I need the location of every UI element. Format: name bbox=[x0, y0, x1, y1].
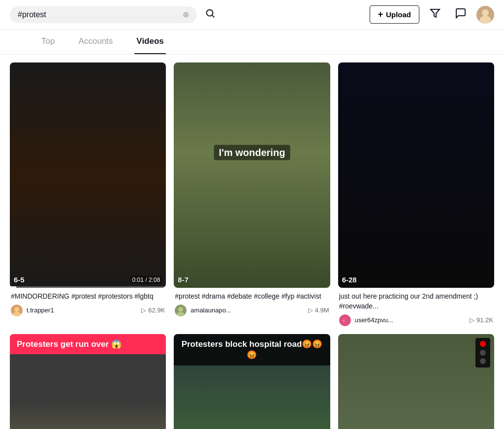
overlay-text: I'm wondering bbox=[214, 145, 290, 160]
video-info: #MINDORDERING #protest #protestors #lgbt… bbox=[10, 292, 166, 316]
main-content: 6-5 0:01 / 2:08 #MINDORDERING #protest #… bbox=[0, 55, 504, 429]
video-card: 6-28 just out here practicing our 2nd am… bbox=[338, 62, 494, 326]
play-count-value: 4.9M bbox=[315, 306, 329, 314]
play-icon: ▷ bbox=[308, 306, 313, 314]
video-card: 2021-9-13 How did I get stuck at the fro… bbox=[338, 334, 494, 429]
play-count: ▷ 62.9K bbox=[141, 306, 165, 314]
search-bar: ⊗ bbox=[10, 6, 197, 23]
video-meta: amalaunapo... ▷ 4.9M bbox=[175, 305, 329, 316]
svg-marker-2 bbox=[431, 9, 440, 17]
video-thumbnail[interactable]: 2021-9-13 bbox=[338, 334, 494, 429]
video-card: Protesters get run over 😱 2021-10-20 😂😂😡… bbox=[10, 334, 166, 429]
tab-top[interactable]: Top bbox=[39, 30, 57, 54]
svg-point-10 bbox=[178, 307, 183, 312]
video-title: just out here practicing our 2nd amendme… bbox=[339, 292, 493, 311]
plus-icon: + bbox=[378, 9, 383, 20]
video-card: I'm wondering 8-7 #protest #drama #debat… bbox=[174, 62, 330, 326]
light-amber bbox=[480, 350, 486, 356]
svg-point-0 bbox=[207, 10, 213, 16]
video-thumbnail[interactable]: Protesters get run over 😱 2021-10-20 bbox=[10, 334, 166, 429]
upload-label: Upload bbox=[386, 10, 411, 19]
user-avatar[interactable] bbox=[476, 6, 494, 24]
messages-icon[interactable] bbox=[451, 5, 471, 24]
svg-point-4 bbox=[482, 9, 489, 16]
play-count-value: 91.2K bbox=[476, 316, 493, 324]
video-episode-label: 6-5 bbox=[14, 276, 25, 284]
filter-icon[interactable] bbox=[425, 5, 445, 24]
play-icon: ▷ bbox=[470, 316, 474, 324]
play-count: ▷ 91.2K bbox=[470, 316, 493, 324]
traffic-light-icon bbox=[475, 338, 490, 368]
red-banner: Protesters get run over 😱 bbox=[10, 334, 166, 354]
video-info: #protest #drama #debate #college #fyp #a… bbox=[174, 292, 330, 316]
user-avatar-small bbox=[11, 305, 23, 316]
progress-bar bbox=[10, 286, 166, 288]
video-meta: ♀ user64zpvu... ▷ 91.2K bbox=[339, 314, 493, 326]
hospital-banner: Protesters block hospital road😡😡😡 bbox=[174, 334, 330, 366]
svg-line-1 bbox=[212, 15, 214, 17]
video-card: 6-5 0:01 / 2:08 #MINDORDERING #protest #… bbox=[10, 62, 166, 326]
upload-button[interactable]: + Upload bbox=[370, 5, 419, 24]
search-clear-button[interactable]: ⊗ bbox=[183, 11, 189, 19]
video-card: Protesters block hospital road😡😡😡 'If an… bbox=[174, 334, 330, 429]
video-duration: 0:01 / 2:08 bbox=[130, 276, 162, 284]
play-count-value: 62.9K bbox=[148, 306, 165, 314]
video-meta: t.trapper1 ▷ 62.9K bbox=[11, 305, 165, 316]
video-thumbnail[interactable]: Protesters block hospital road😡😡😡 'If an… bbox=[174, 334, 330, 429]
video-title: #protest #drama #debate #college #fyp #a… bbox=[175, 292, 329, 302]
header: ⊗ + Upload bbox=[0, 0, 504, 30]
search-input[interactable] bbox=[18, 10, 179, 19]
user-avatar-small bbox=[175, 305, 187, 316]
progress-fill bbox=[10, 286, 16, 288]
red-banner-text: Protesters get run over 😱 bbox=[17, 339, 122, 349]
svg-point-7 bbox=[14, 307, 19, 312]
video-grid: 6-5 0:01 / 2:08 #MINDORDERING #protest #… bbox=[10, 62, 494, 429]
video-info: just out here practicing our 2nd amendme… bbox=[338, 292, 494, 326]
svg-text:♀: ♀ bbox=[342, 318, 346, 323]
video-thumbnail[interactable]: 6-5 0:01 / 2:08 bbox=[10, 62, 166, 288]
tabs-bar: Top Accounts Videos bbox=[0, 30, 504, 55]
search-icon-button[interactable] bbox=[203, 6, 218, 23]
video-episode-label: 8-7 bbox=[178, 276, 189, 284]
video-thumbnail[interactable]: 6-28 bbox=[338, 62, 494, 288]
video-episode-label: 6-28 bbox=[342, 276, 357, 284]
play-icon: ▷ bbox=[141, 306, 146, 314]
hospital-banner-text: Protesters block hospital road😡😡😡 bbox=[182, 339, 323, 360]
tab-accounts[interactable]: Accounts bbox=[76, 30, 115, 54]
username[interactable]: user64zpvu... bbox=[355, 316, 466, 324]
video-thumbnail[interactable]: I'm wondering 8-7 bbox=[174, 62, 330, 288]
user-avatar-small: ♀ bbox=[339, 314, 351, 326]
video-title: #MINDORDERING #protest #protestors #lgbt… bbox=[11, 292, 165, 302]
light-red bbox=[480, 341, 486, 347]
username[interactable]: t.trapper1 bbox=[27, 306, 137, 314]
light-green bbox=[480, 358, 486, 364]
play-count: ▷ 4.9M bbox=[308, 306, 329, 314]
tab-videos[interactable]: Videos bbox=[134, 30, 165, 54]
username[interactable]: amalaunapo... bbox=[190, 306, 304, 314]
